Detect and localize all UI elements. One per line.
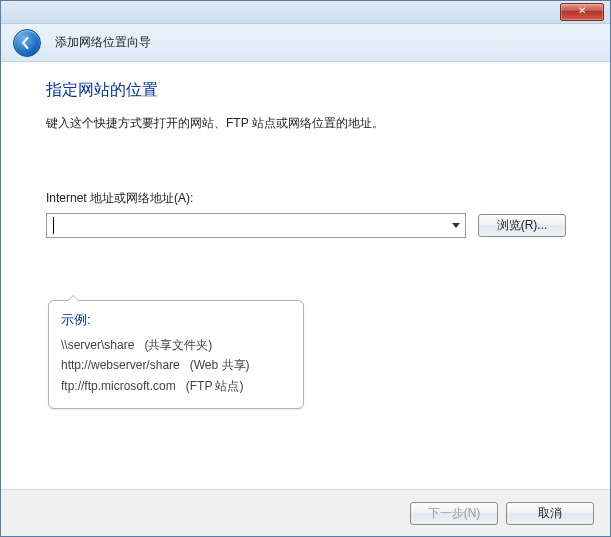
address-label: Internet 地址或网络地址(A): [46, 190, 572, 207]
back-arrow-icon [19, 36, 33, 50]
wizard-window: ✕ 添加网络位置向导 指定网站的位置 键入这个快捷方式要打开的网站、FTP 站点… [0, 0, 611, 537]
page-heading: 指定网站的位置 [46, 80, 572, 101]
close-button[interactable]: ✕ [560, 3, 604, 21]
example-path: http://webserver/share [61, 358, 180, 372]
example-path: ftp://ftp.microsoft.com [61, 379, 176, 393]
page-instruction: 键入这个快捷方式要打开的网站、FTP 站点或网络位置的地址。 [46, 115, 572, 132]
example-note: (FTP 站点) [186, 379, 244, 393]
example-note: (共享文件夹) [144, 338, 212, 352]
titlebar: ✕ [1, 1, 610, 24]
cancel-button[interactable]: 取消 [506, 502, 594, 525]
next-button[interactable]: 下一步(N) [410, 502, 498, 525]
example-line: \\server\share (共享文件夹) [61, 335, 291, 355]
address-input[interactable] [47, 214, 447, 237]
address-combobox[interactable] [46, 213, 466, 238]
back-button[interactable] [13, 29, 41, 57]
text-caret [53, 217, 54, 234]
wizard-title: 添加网络位置向导 [55, 34, 151, 51]
close-icon: ✕ [578, 5, 586, 16]
wizard-header: 添加网络位置向导 [1, 24, 610, 62]
dropdown-arrow[interactable] [447, 214, 465, 237]
chevron-down-icon [452, 223, 460, 229]
wizard-footer: 下一步(N) 取消 [1, 489, 610, 536]
example-line: http://webserver/share (Web 共享) [61, 355, 291, 375]
examples-title: 示例: [61, 311, 291, 329]
example-path: \\server\share [61, 338, 134, 352]
browse-button[interactable]: 浏览(R)... [478, 214, 566, 237]
wizard-body: 指定网站的位置 键入这个快捷方式要打开的网站、FTP 站点或网络位置的地址。 I… [1, 62, 610, 489]
example-note: (Web 共享) [190, 358, 250, 372]
examples-callout: 示例: \\server\share (共享文件夹) http://webser… [48, 300, 304, 409]
example-line: ftp://ftp.microsoft.com (FTP 站点) [61, 376, 291, 396]
address-row: 浏览(R)... [46, 213, 572, 238]
